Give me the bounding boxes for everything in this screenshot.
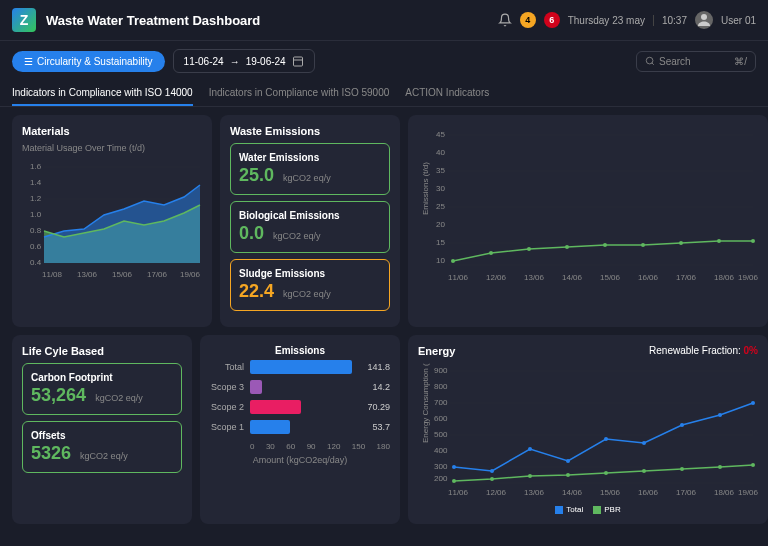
svg-text:300: 300 — [434, 462, 448, 471]
sludge-emissions-label: Sludge Emissions — [239, 268, 381, 279]
svg-point-74 — [751, 401, 755, 405]
svg-point-37 — [565, 245, 569, 249]
svg-text:19/06: 19/06 — [738, 488, 758, 497]
carbon-value: 53,264 — [31, 385, 86, 405]
circularity-button[interactable]: ☰ Circularity & Sustainability — [12, 51, 165, 72]
tab-iso59000[interactable]: Indicators in Compliance with ISO 59000 — [209, 81, 390, 106]
svg-text:1.0: 1.0 — [30, 210, 42, 219]
renewable-label: Renewable Fraction: — [649, 345, 741, 356]
bar-total: Total 141.8 — [210, 360, 390, 374]
circularity-label: Circularity & Sustainability — [37, 56, 153, 67]
emissions-line-panel: Emissions (t/d) 454035 302520 1510 11/06 — [408, 115, 768, 327]
svg-point-76 — [490, 477, 494, 481]
svg-point-81 — [680, 467, 684, 471]
svg-text:12/06: 12/06 — [486, 273, 507, 282]
svg-point-75 — [452, 479, 456, 483]
svg-point-67 — [490, 469, 494, 473]
svg-text:1.2: 1.2 — [30, 194, 42, 203]
tab-iso14000[interactable]: Indicators in Compliance with ISO 14000 — [12, 81, 193, 106]
header: Z Waste Water Treatment Dashboard 4 6 Th… — [0, 0, 768, 41]
svg-point-35 — [489, 251, 493, 255]
svg-point-41 — [717, 239, 721, 243]
svg-point-0 — [701, 14, 707, 20]
lifecycle-panel: Life Cyle Based Carbon Footprint 53,264 … — [12, 335, 192, 524]
svg-text:45: 45 — [436, 130, 445, 139]
svg-point-69 — [566, 459, 570, 463]
energy-chart: Energy Consumption (kWh/d) 900800700 600… — [418, 363, 758, 503]
svg-text:0.6: 0.6 — [30, 242, 42, 251]
svg-text:14/06: 14/06 — [562, 273, 583, 282]
offsets-card: Offsets 5326 kgCO2 eq/y — [22, 421, 182, 473]
svg-point-38 — [603, 243, 607, 247]
svg-point-80 — [642, 469, 646, 473]
svg-point-36 — [527, 247, 531, 251]
svg-text:1.6: 1.6 — [30, 162, 42, 171]
emissions-ylabel: Emissions (t/d) — [421, 162, 430, 215]
svg-text:500: 500 — [434, 430, 448, 439]
materials-subtitle: Material Usage Over Time (t/d) — [22, 143, 202, 153]
svg-text:0.4: 0.4 — [30, 258, 42, 267]
header-time: 10:37 — [653, 15, 687, 26]
date-from: 11-06-24 — [184, 56, 224, 67]
search-input[interactable]: Search ⌘/ — [636, 51, 756, 72]
date-range-picker[interactable]: 11-06-24 → 19-06-24 — [173, 49, 315, 73]
bio-emissions-unit: kgCO2 eq/y — [273, 231, 321, 241]
water-emissions-card: Water Emissions 25.0 kgCO2 eq/y — [230, 143, 390, 195]
bio-emissions-label: Biological Emissions — [239, 210, 381, 221]
svg-text:13/06: 13/06 — [524, 273, 545, 282]
materials-title: Materials — [22, 125, 202, 137]
emissions-bar-xlabel: Amount (kgCO2eq/day) — [210, 455, 390, 465]
carbon-label: Carbon Footprint — [31, 372, 173, 383]
bar-scope3: Scope 3 14.2 — [210, 380, 390, 394]
svg-text:17/06: 17/06 — [147, 270, 168, 279]
svg-rect-1 — [293, 57, 302, 66]
avatar-icon[interactable] — [695, 11, 713, 29]
bio-emissions-value: 0.0 — [239, 223, 264, 243]
svg-text:700: 700 — [434, 398, 448, 407]
svg-point-68 — [528, 447, 532, 451]
svg-point-82 — [718, 465, 722, 469]
svg-text:1.4: 1.4 — [30, 178, 42, 187]
svg-text:16/06: 16/06 — [638, 273, 659, 282]
waste-emissions-panel: Waste Emissions Water Emissions 25.0 kgC… — [220, 115, 400, 327]
bell-icon[interactable] — [498, 13, 512, 27]
svg-point-79 — [604, 471, 608, 475]
bar-scope2: Scope 2 70.29 — [210, 400, 390, 414]
bar-scope1: Scope 1 53.7 — [210, 420, 390, 434]
svg-point-42 — [751, 239, 755, 243]
date-to: 19-06-24 — [246, 56, 286, 67]
user-name[interactable]: User 01 — [721, 15, 756, 26]
svg-point-34 — [451, 259, 455, 263]
menu-icon: ☰ — [24, 56, 33, 67]
svg-text:14/06: 14/06 — [562, 488, 583, 497]
svg-point-39 — [641, 243, 645, 247]
svg-text:18/06: 18/06 — [714, 273, 735, 282]
svg-text:0.8: 0.8 — [30, 226, 42, 235]
svg-text:15: 15 — [436, 238, 445, 247]
svg-text:15/06: 15/06 — [600, 273, 621, 282]
svg-text:15/06: 15/06 — [112, 270, 133, 279]
svg-text:13/06: 13/06 — [77, 270, 98, 279]
svg-point-40 — [679, 241, 683, 245]
svg-text:11/06: 11/06 — [448, 273, 469, 282]
renewable-value: 0% — [744, 345, 758, 356]
water-emissions-value: 25.0 — [239, 165, 274, 185]
svg-text:19/06: 19/06 — [738, 273, 758, 282]
svg-text:Energy Consumption (kWh/d): Energy Consumption (kWh/d) — [421, 363, 430, 443]
energy-title: Energy — [418, 345, 455, 357]
svg-text:16/06: 16/06 — [638, 488, 659, 497]
svg-text:17/06: 17/06 — [676, 488, 697, 497]
svg-text:40: 40 — [436, 148, 445, 157]
svg-point-77 — [528, 474, 532, 478]
notification-badge-warning[interactable]: 4 — [520, 12, 536, 28]
svg-text:600: 600 — [434, 414, 448, 423]
svg-point-66 — [452, 465, 456, 469]
energy-legend: Total PBR — [418, 505, 758, 514]
sludge-emissions-value: 22.4 — [239, 281, 274, 301]
sludge-emissions-card: Sludge Emissions 22.4 kgCO2 eq/y — [230, 259, 390, 311]
tab-action[interactable]: ACTION Indicators — [405, 81, 489, 106]
svg-text:13/06: 13/06 — [524, 488, 545, 497]
notification-badge-alert[interactable]: 6 — [544, 12, 560, 28]
svg-point-72 — [680, 423, 684, 427]
emissions-line-chart: Emissions (t/d) 454035 302520 1510 11/06 — [418, 125, 758, 295]
